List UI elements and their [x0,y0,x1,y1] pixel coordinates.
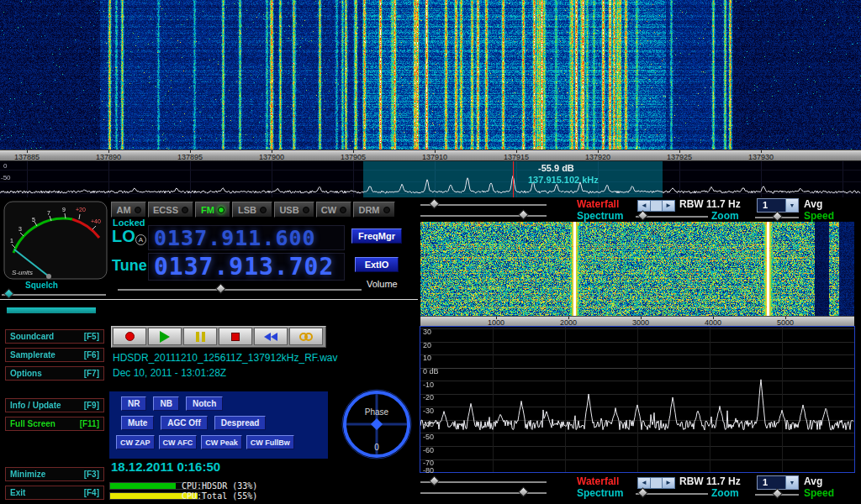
recording-filename: HDSDR_20111210_125611Z_137912kHz_RF.wav [113,352,338,364]
slider-thumb[interactable] [772,211,783,222]
audio-spectrum-display[interactable] [420,327,854,472]
panel-divider [0,299,418,300]
play-button[interactable] [148,328,182,345]
volume-slider-thumb[interactable] [215,283,226,294]
slider-thumb[interactable] [429,475,440,486]
frequency-tick: 137910 [422,153,447,161]
button-label: Full Screen [10,419,55,428]
speed-slider[interactable] [755,213,799,222]
button-label: Options [10,369,42,378]
stop-button[interactable] [219,328,252,345]
signal-level-bar [7,307,96,313]
main-frequency-scale[interactable]: 137885 137890 137895 137900 137905 13791… [0,150,861,161]
pause-button[interactable] [183,328,217,345]
squelch-slider[interactable] [2,290,106,299]
frequency-tick: 137905 [341,153,366,161]
freqmgr-button[interactable]: FreqMgr [351,228,402,244]
spectrum-toggle[interactable]: Spectrum [577,487,623,499]
db-axis-label: -40 [423,420,434,428]
spectrum-toggle[interactable]: Spectrum [577,210,623,222]
dropdown-arrow-icon[interactable]: ▼ [785,476,798,489]
zoom-slider[interactable] [636,489,708,498]
soundcard-button[interactable]: Soundcard[F5] [5,329,104,344]
slider-thumb[interactable] [637,487,648,498]
frequency-tick: 137920 [585,153,610,161]
zoom-slider[interactable] [636,212,708,221]
tune-label: Tune [112,257,147,275]
mute-button[interactable]: Mute [121,416,154,430]
lo-auto-badge[interactable]: A [135,234,146,245]
waterfall-toggle[interactable]: Waterfall [577,198,619,210]
slider-thumb[interactable] [518,209,529,220]
squelch-label[interactable]: Squelch [25,281,58,290]
avg-dropdown[interactable]: 1 ▼ [757,198,799,213]
display-controls-top: Waterfall Spectrum ◄ ► RBW 11.7 Hz Zoom … [0,198,861,223]
shift-left-arrow-icon[interactable]: ◄ [637,477,651,489]
volume-slider[interactable] [118,285,362,294]
agc-off-button[interactable]: AGC Off [161,416,207,430]
shift-left-arrow-icon[interactable]: ◄ [637,200,651,212]
nr-button[interactable]: NR [121,396,146,411]
waterfall-brightness-slider[interactable] [420,200,547,209]
db-axis-label: 30 [423,328,431,336]
dsp-row: Mute AGC Off Despread [121,416,328,430]
zoom-label: Zoom [711,487,739,499]
info-update-button[interactable]: Info / Update[F9] [5,398,104,412]
button-label: Soundcard [10,332,54,341]
slider-thumb[interactable] [772,488,783,499]
loop-icon [299,333,313,341]
despread-button[interactable]: Despread [214,416,267,430]
squelch-slider-track [2,294,106,296]
tune-frequency-display[interactable]: 0137.913.702 [148,253,345,281]
cw-fullbw-button[interactable]: CW FullBw [246,435,294,449]
shift-track[interactable] [651,477,662,489]
samplerate-button[interactable]: Samplerate[F6] [5,348,104,362]
fullscreen-button[interactable]: Full Screen[F11] [5,417,104,431]
frequency-tick: 137900 [259,153,284,161]
button-hotkey: [F6] [84,350,99,360]
main-waterfall-display[interactable] [0,0,861,150]
audio-waterfall-display[interactable] [420,222,854,316]
rewind-button[interactable] [254,328,288,345]
loop-button[interactable] [289,328,323,345]
avg-dropdown[interactable]: 1 ▼ [757,475,799,490]
cw-afc-button[interactable]: CW AFC [159,435,198,449]
button-hotkey: [F9] [84,401,99,410]
extio-button[interactable]: ExtIO [355,257,399,272]
waterfall-contrast-slider[interactable] [420,211,547,220]
phase-indicator: Phase 0 [340,387,414,461]
slider-thumb[interactable] [518,486,529,497]
shift-right-arrow-icon[interactable]: ► [662,200,675,212]
options-button[interactable]: Options[F7] [5,366,104,381]
dsp-row: NR NB Notch [121,396,328,411]
waterfall-toggle[interactable]: Waterfall [577,475,619,487]
slider-thumb[interactable] [637,210,648,221]
cursor-db-readout: -55.9 dB [538,163,574,173]
frequency-tick: 137895 [177,153,203,161]
cursor-freq-readout: 137.915.102 kHz [528,175,599,185]
db-axis-label: 20 [423,341,431,349]
lo-frequency-display[interactable]: 0137.911.600 [148,225,345,250]
shift-track[interactable] [651,200,662,212]
s-units-label: S-units [12,269,33,276]
local-datetime: 18.12.2011 0:16:50 [111,459,220,474]
squelch-slider-thumb[interactable] [3,288,14,299]
button-hotkey: [F5] [84,332,99,341]
notch-button[interactable]: Notch [186,396,223,411]
overview-axis-label: 0 [3,162,7,170]
button-label: Info / Update [10,401,61,410]
record-button[interactable] [113,328,146,345]
overview-spectrum-display[interactable] [0,161,861,197]
rbw-readout: RBW 11.7 Hz [679,198,741,210]
cw-zap-button[interactable]: CW ZAP [116,435,155,449]
slider-thumb[interactable] [429,198,440,209]
dropdown-arrow-icon[interactable]: ▼ [785,199,798,212]
nb-button[interactable]: NB [153,396,178,411]
frequency-tick: 137925 [667,153,692,161]
speed-slider[interactable] [755,490,799,499]
shift-right-arrow-icon[interactable]: ► [662,477,675,489]
cw-peak-button[interactable]: CW Peak [201,435,242,449]
hdsdr-app: 137885 137890 137895 137900 137905 13791… [0,0,861,504]
spectrum-brightness-slider[interactable] [420,477,547,486]
spectrum-contrast-slider[interactable] [420,488,547,497]
